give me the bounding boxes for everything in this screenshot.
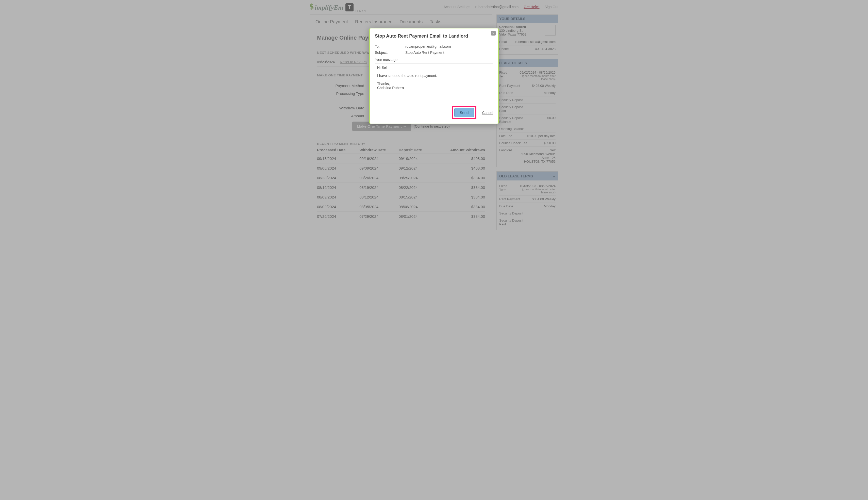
message-label: Your message: bbox=[375, 58, 493, 62]
to-label: To: bbox=[375, 44, 405, 48]
subject-label: Subject: bbox=[375, 50, 405, 55]
modal-title: Stop Auto Rent Payment Email to Landlord bbox=[375, 34, 493, 39]
stop-auto-rent-modal: ✕ Stop Auto Rent Payment Email to Landlo… bbox=[369, 28, 499, 124]
to-value: rocamproperties@gmail.com bbox=[405, 44, 451, 48]
cancel-link[interactable]: Cancel bbox=[482, 111, 493, 115]
message-textarea[interactable] bbox=[375, 63, 493, 101]
subject-value: Stop Auto Rent Payment bbox=[405, 50, 444, 55]
close-icon[interactable]: ✕ bbox=[491, 31, 496, 35]
send-button[interactable]: Send bbox=[454, 108, 474, 117]
